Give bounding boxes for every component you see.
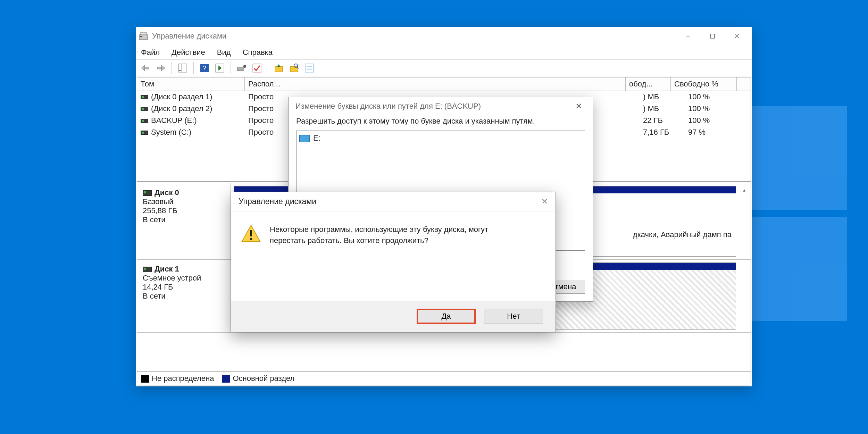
scroll-up-icon[interactable]: ▴ [739, 185, 749, 195]
menu-file[interactable]: Файл [141, 48, 160, 57]
titlebar[interactable]: Управление дисками [136, 27, 752, 45]
maximize-button[interactable] [700, 28, 725, 44]
col-freepct[interactable]: Свободно % [671, 77, 737, 91]
forward-icon[interactable] [155, 62, 167, 74]
drive-icon [299, 135, 310, 142]
window-title: Управление дисками [152, 32, 226, 41]
svg-rect-21 [275, 66, 283, 72]
menubar: Файл Действие Вид Справка [136, 45, 752, 60]
settings-icon[interactable] [236, 62, 248, 74]
folder-search-icon[interactable] [288, 62, 300, 74]
list-item[interactable]: E: [299, 134, 582, 143]
cell: 22 ГБ [640, 115, 685, 126]
back-icon[interactable] [140, 62, 151, 74]
svg-marker-17 [218, 66, 222, 70]
svg-rect-2 [140, 33, 147, 35]
dialog-title: Изменение буквы диска или путей для E: (… [295, 102, 481, 111]
svg-rect-8 [145, 67, 149, 69]
dialog-message: Некоторые программы, использующие эту бу… [270, 224, 520, 288]
cell: (Диск 0 раздел 2) [151, 104, 212, 113]
volume-icon [141, 107, 148, 111]
col-layout[interactable]: Распол... [245, 77, 314, 91]
warning-icon [241, 224, 261, 243]
volume-icon [141, 95, 148, 99]
help-icon[interactable]: ? [199, 62, 210, 74]
cell: 100 % [685, 103, 751, 114]
disk-label: Диск 1 Съемное устрой 14,24 ГБ В сети [137, 260, 231, 332]
volume-icon [141, 119, 148, 123]
svg-rect-32 [250, 238, 252, 240]
svg-text:?: ? [203, 65, 206, 72]
show-hide-tree-icon[interactable] [177, 62, 189, 74]
disk-icon [143, 190, 152, 196]
app-icon [139, 32, 148, 40]
svg-rect-4 [710, 34, 715, 38]
cell: BACKUP (E:) [151, 116, 197, 125]
dialog-title: Управление дисками [239, 197, 316, 206]
cell: 100 % [685, 115, 751, 126]
col-hidden[interactable] [314, 77, 626, 91]
cell: (Диск 0 раздел 1) [151, 92, 212, 101]
svg-marker-9 [161, 65, 165, 71]
svg-marker-7 [141, 65, 145, 71]
legend-swatch-unallocated [141, 375, 149, 383]
legend: Не распределена Основной раздел [137, 372, 751, 385]
toolbar: ? [136, 60, 752, 76]
col-free[interactable]: обод... [626, 77, 671, 91]
svg-marker-22 [277, 64, 281, 67]
svg-rect-20 [253, 64, 261, 72]
close-icon[interactable]: ✕ [541, 197, 548, 206]
legend-swatch-primary [222, 375, 230, 383]
svg-rect-31 [250, 230, 252, 236]
menu-action[interactable]: Действие [172, 48, 205, 57]
cell: 97 % [685, 127, 751, 137]
dialog-titlebar[interactable]: Управление дисками ✕ [231, 192, 556, 211]
disk-label: Диск 0 Базовый 255,88 ГБ В сети [137, 183, 231, 259]
list-icon[interactable] [303, 62, 315, 74]
svg-rect-0 [139, 35, 148, 40]
minimize-button[interactable] [676, 28, 700, 44]
disk-icon [143, 267, 152, 272]
cell: 7,16 ГБ [640, 127, 685, 137]
check-icon[interactable] [251, 62, 263, 74]
svg-rect-18 [237, 67, 243, 70]
col-tail[interactable] [737, 77, 751, 91]
svg-rect-13 [179, 70, 181, 71]
svg-rect-10 [157, 67, 161, 69]
cell: ) МБ [640, 92, 685, 102]
col-volume[interactable]: Том [137, 77, 245, 91]
close-button[interactable] [725, 28, 749, 44]
no-button[interactable]: Нет [484, 309, 543, 324]
dialog-titlebar[interactable]: Изменение буквы диска или путей для E: (… [289, 97, 593, 115]
menu-view[interactable]: Вид [217, 48, 231, 57]
dialog-instruction: Разрешить доступ к этому тому по букве д… [296, 117, 585, 126]
svg-rect-1 [140, 36, 142, 37]
menu-help[interactable]: Справка [243, 48, 273, 57]
table-header: Том Распол... обод... Свободно % [137, 77, 751, 91]
close-icon[interactable]: ✕ [572, 101, 586, 111]
cell: 100 % [685, 92, 751, 102]
svg-point-19 [243, 65, 246, 68]
folder-up-icon[interactable] [273, 62, 285, 74]
volume-icon [141, 131, 148, 135]
confirm-dialog: Управление дисками ✕ Некоторые программы… [231, 192, 556, 332]
yes-button[interactable]: Да [417, 309, 476, 324]
refresh-icon[interactable] [214, 62, 226, 74]
cell: ) МБ [640, 103, 685, 114]
cell: System (C:) [151, 128, 191, 136]
